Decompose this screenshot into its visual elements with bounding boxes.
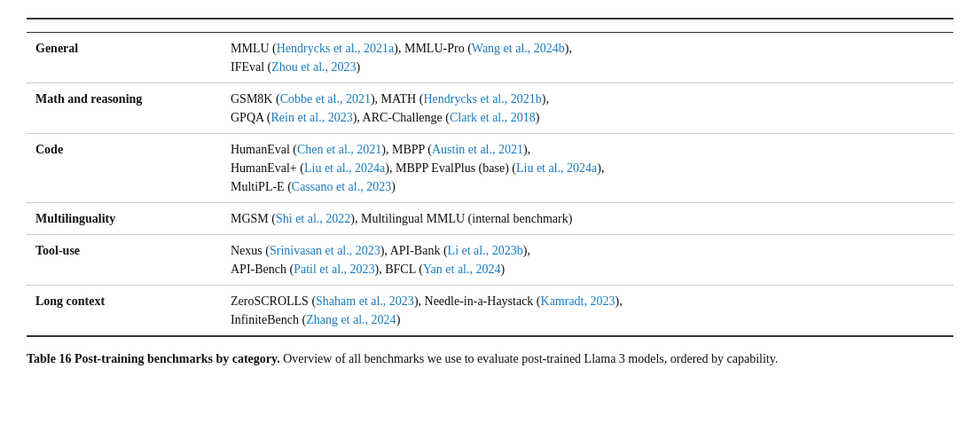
category-cell: General	[27, 33, 222, 83]
table-caption: Table 16 Post-training benchmarks by cat…	[27, 349, 953, 368]
caption-description: Overview of all benchmarks we use to eva…	[283, 352, 778, 365]
header-category	[27, 19, 222, 33]
table-row: CodeHumanEval (Chen et al., 2021), MBPP …	[27, 134, 953, 203]
table-row: GeneralMMLU (Hendrycks et al., 2021a), M…	[27, 33, 953, 83]
benchmarks-cell: MGSM (Shi et al., 2022), Multilingual MM…	[222, 203, 953, 235]
benchmarks-cell: MMLU (Hendrycks et al., 2021a), MMLU-Pro…	[222, 33, 953, 83]
category-cell: Multilinguality	[27, 203, 222, 235]
benchmarks-cell: ZeroSCROLLS (Shaham et al., 2023), Needl…	[222, 286, 953, 337]
caption-label: Table 16	[27, 352, 74, 365]
header-benchmarks	[222, 19, 953, 33]
table-row: Math and reasoningGSM8K (Cobbe et al., 2…	[27, 83, 953, 134]
table-row: Long contextZeroSCROLLS (Shaham et al., …	[27, 286, 953, 337]
benchmarks-cell: Nexus (Srinivasan et al., 2023), API-Ban…	[222, 235, 953, 286]
table-row: Tool-useNexus (Srinivasan et al., 2023),…	[27, 235, 953, 286]
category-cell: Code	[27, 134, 222, 203]
benchmarks-cell: GSM8K (Cobbe et al., 2021), MATH (Hendry…	[222, 83, 953, 134]
benchmarks-cell: HumanEval (Chen et al., 2021), MBPP (Aus…	[222, 134, 953, 203]
benchmarks-table: GeneralMMLU (Hendrycks et al., 2021a), M…	[27, 18, 953, 337]
caption-title: Post-training benchmarks by category.	[74, 352, 280, 365]
category-cell: Long context	[27, 286, 222, 337]
table-row: MultilingualityMGSM (Shi et al., 2022), …	[27, 203, 953, 235]
category-cell: Tool-use	[27, 235, 222, 286]
category-cell: Math and reasoning	[27, 83, 222, 134]
